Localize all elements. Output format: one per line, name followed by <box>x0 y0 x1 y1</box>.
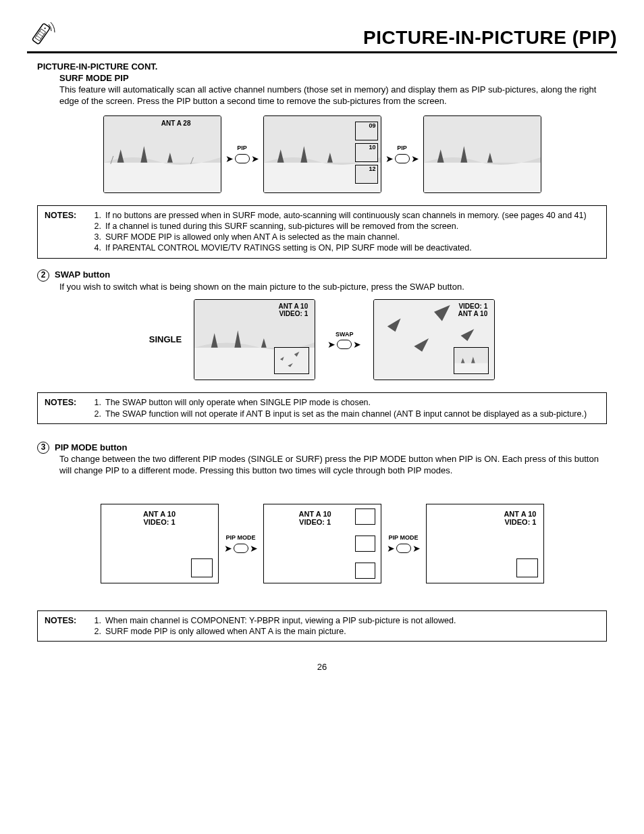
swap-button-label: SWAP <box>336 331 354 339</box>
page-number: 26 <box>27 662 617 673</box>
swap-tv-left: ANT A 10 VIDEO: 1 <box>194 299 315 380</box>
mode-diagram: ANT A 10 VIDEO: 1 PIP MODE ➤➤ ANT A 10 V… <box>27 504 617 583</box>
mode-surf-sub <box>355 563 375 579</box>
pip-button-label: PIP <box>237 145 247 153</box>
svg-rect-7 <box>104 162 221 192</box>
mode-body: To change between the two different PIP … <box>59 454 610 477</box>
osd-right-l1: VIDEO: 1 <box>458 303 487 310</box>
pip-mode-label: PIP MODE <box>226 534 256 542</box>
mode-tv-3: ANT A 10 VIDEO: 1 <box>426 504 544 583</box>
notes-label: NOTES: <box>45 397 86 419</box>
swap-button-group: SWAP ➤➤ <box>327 331 361 350</box>
arrow-icon: ➤ <box>225 154 234 163</box>
header-band: PICTURE-IN-PICTURE (PIP) <box>27 20 617 53</box>
mode-title: PIP MODE button <box>55 442 127 454</box>
mode-sub-3 <box>516 558 538 577</box>
tv-with-pips: 09 10 12 <box>263 115 381 193</box>
tv-before: ANT A 28 <box>103 115 221 193</box>
arrow-icon: ➤ <box>385 154 394 163</box>
mode-tv-1: ANT A 10 VIDEO: 1 <box>101 504 219 583</box>
svg-rect-16 <box>275 348 308 373</box>
pip-sub-1: 09 <box>355 122 378 140</box>
svg-rect-19 <box>455 363 488 373</box>
swap-diagram: SINGLE ANT A 10 VIDEO: 1 SWAP ➤➤ VIDEO: … <box>27 299 617 380</box>
swap-notes: NOTES: 1.The SWAP button will only opera… <box>37 392 607 424</box>
swap-title: SWAP button <box>55 269 110 281</box>
swap-button[interactable] <box>337 340 352 349</box>
pip-mode-button[interactable] <box>234 544 248 553</box>
arrow-icon: ➤ <box>224 544 232 553</box>
svg-rect-0 <box>32 23 50 44</box>
mode-surf-sub <box>355 536 375 552</box>
tv-after <box>423 115 541 193</box>
mode-notes: NOTES: 1.When main channel is COMPONENT:… <box>37 610 607 642</box>
swap-body: If you wish to switch what is being show… <box>59 282 610 293</box>
pip-button[interactable] <box>235 154 250 163</box>
mode-sub-1 <box>191 558 213 577</box>
svg-rect-13 <box>424 162 541 192</box>
osd-right-l2: ANT A 10 <box>458 310 487 317</box>
arrow-icon: ➤ <box>387 544 395 553</box>
osd-left-l2: VIDEO: 1 <box>279 310 308 317</box>
pip-button-group-2: PIP ➤➤ <box>385 145 419 163</box>
pip-mode-button[interactable] <box>396 544 411 553</box>
notes-label: NOTES: <box>45 615 86 637</box>
surf-notes: NOTES: 1.If no buttons are pressed when … <box>37 205 607 259</box>
pip-sub-2: 10 <box>355 143 378 162</box>
step-2-badge: 2 <box>37 269 49 282</box>
arrow-icon: ➤ <box>251 154 259 163</box>
arrow-icon: ➤ <box>412 544 421 553</box>
osd-ant-a-28: ANT A 28 <box>161 119 191 128</box>
pip-sub-3: 12 <box>355 165 378 184</box>
swap-tv-right: VIDEO: 1 ANT A 10 <box>373 299 495 380</box>
surf-diagram: ANT A 28 PIP ➤➤ 09 10 12 PIP ➤➤ <box>27 115 617 193</box>
page-title: PICTURE-IN-PICTURE (PIP) <box>363 26 617 50</box>
mode-surf-sub <box>355 509 375 525</box>
arrow-icon: ➤ <box>250 544 258 553</box>
pip-sub-left <box>274 347 309 374</box>
heading-pip-cont: PICTURE-IN-PICTURE CONT. <box>37 61 617 73</box>
surf-body: This feature will automatically scan all… <box>59 84 610 107</box>
notes-label: NOTES: <box>45 210 86 254</box>
step-3-badge: 3 <box>37 442 49 454</box>
pip-button-label: PIP <box>397 145 407 153</box>
arrow-icon: ➤ <box>353 340 361 349</box>
pip-mode-button-group: PIP MODE ➤➤ <box>224 534 258 553</box>
pip-button[interactable] <box>395 154 410 163</box>
arrow-icon: ➤ <box>327 340 336 349</box>
pip-button-group: PIP ➤➤ <box>225 145 259 163</box>
single-label: SINGLE <box>149 334 182 346</box>
pip-sub-right <box>454 347 489 374</box>
mode-heading: 3 PIP MODE button <box>37 442 617 454</box>
heading-surf: SURF MODE PIP <box>59 73 617 84</box>
pip-mode-label: PIP MODE <box>389 534 419 542</box>
mode-tv-2: ANT A 10 VIDEO: 1 <box>263 504 381 583</box>
swap-heading: 2 SWAP button <box>37 269 617 282</box>
pip-mode-button-group-2: PIP MODE ➤➤ <box>387 534 421 553</box>
osd-left-l1: ANT A 10 <box>278 303 308 310</box>
remote-icon <box>27 20 57 50</box>
arrow-icon: ➤ <box>411 154 419 163</box>
